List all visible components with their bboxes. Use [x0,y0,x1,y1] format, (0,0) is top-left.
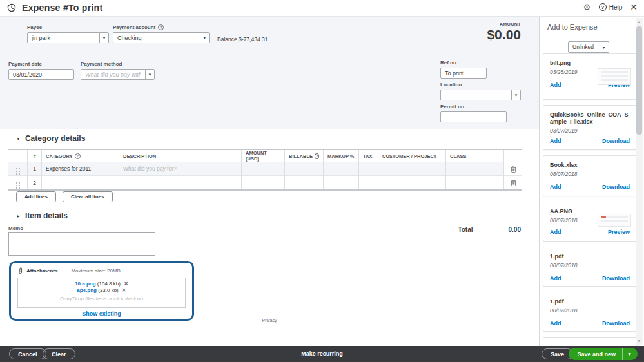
payment-account-dropdown-icon[interactable]: ▾ [200,33,209,43]
customer-project-cell[interactable] [378,162,446,176]
location-field-group: Location ▾ [440,82,521,100]
add-link[interactable]: Add [550,229,561,235]
payment-method-input[interactable] [81,70,145,79]
markup-cell[interactable] [324,176,359,189]
payment-method-dropdown-icon[interactable]: ▾ [145,70,154,79]
class-cell[interactable] [446,176,504,189]
col-class: CLASS [446,150,504,162]
scrollbar-thumb[interactable] [636,26,642,135]
add-link[interactable]: Add [550,275,561,281]
attachments-dropzone[interactable]: 10.a.png (104.8 kb) ✕ ap4.png (33.0 kb) … [17,278,186,308]
payment-date-input[interactable] [9,70,73,79]
billable-cell[interactable] [285,176,324,189]
col-billable: BILLABLE ? [285,150,324,162]
history-clock-icon[interactable] [6,3,17,13]
privacy-link[interactable]: Privacy [0,318,539,323]
payee-dropdown-icon[interactable]: ▾ [99,33,108,43]
file-thumbnail[interactable] [598,214,631,227]
billable-help-icon[interactable]: ? [315,153,319,159]
file-thumbnail[interactable] [598,68,631,85]
memo-textarea[interactable] [8,232,155,256]
col-markup: MARKUP % [324,150,359,162]
expense-form-header-section: Payee ▾ Payment account ? ▾ Balance $-77… [0,17,539,129]
markup-cell[interactable] [324,162,359,176]
location-dropdown-icon[interactable]: ▾ [511,90,520,100]
category-cell[interactable]: Expenses for 2011 [42,162,119,176]
save-and-new-button[interactable]: Save and new ▼ [569,348,638,360]
add-link[interactable]: Add [550,82,561,88]
location-input[interactable] [441,90,511,100]
help-button[interactable]: ? Help [599,3,623,11]
category-details-table: # CATEGORY ? DESCRIPTION AMOUNT (USD) BI… [8,149,522,191]
attached-file-link[interactable]: 10.a.png [75,281,95,287]
payee-input[interactable] [28,33,99,43]
payment-method-label: Payment method [81,61,155,67]
sidebar-scrollbar[interactable]: ▲ ▼ [636,18,643,345]
file-name: 1.pdf [550,298,630,305]
download-link[interactable]: Download [602,138,630,144]
delete-row-icon[interactable] [504,162,522,176]
payment-account-help-icon[interactable]: ? [158,24,164,30]
class-cell[interactable] [446,162,504,176]
file-name: AA.PNG [550,208,590,215]
preview-link[interactable]: Preview [608,229,630,235]
item-details-toggle[interactable]: ► Item details [16,211,68,220]
file-name: QuickBooks_Online_COA_Sample_File.xlsx [550,111,630,126]
header-bar: Expense #To print ⚙ ? Help ✕ [0,0,644,17]
description-cell[interactable] [119,176,242,189]
attached-file-link[interactable]: ap4.png [77,287,97,293]
sidebar-file-card: QuickBooks_Online_COA_Sample_File.xlsx 0… [543,105,637,150]
billable-cell[interactable] [285,162,324,176]
payment-date-field-group: Payment date [8,61,74,80]
sidebar-file-card: bill.png 03/28/2019 Add Preview [543,53,637,100]
col-drag [8,150,28,162]
scroll-up-icon[interactable]: ▲ [636,18,643,25]
linked-filter-dropdown[interactable]: Unlinked ▾ [568,41,609,53]
delete-row-icon[interactable] [504,176,522,189]
category-details-toggle[interactable]: ▼ Category details [16,134,85,143]
permit-no-input[interactable] [441,112,506,122]
clear-all-lines-button[interactable]: Clear all lines [63,191,113,202]
add-link[interactable]: Add [550,184,561,190]
col-tax: TAX [359,150,378,162]
ref-no-input[interactable] [441,68,486,78]
file-date: 08/07/2018 [550,262,630,269]
description-cell[interactable] [119,162,242,176]
col-category: CATEGORY ? [42,150,119,162]
download-link[interactable]: Download [602,275,630,281]
payment-method-field-group: Payment method ▾ [81,61,155,80]
close-icon[interactable]: ✕ [630,2,638,12]
add-link[interactable]: Add [550,138,561,144]
show-existing-link[interactable]: Show existing [17,310,186,317]
drag-handle[interactable] [8,162,28,176]
scroll-down-icon[interactable]: ▼ [636,338,643,345]
file-date: 08/07/2018 [550,307,630,314]
download-link[interactable]: Download [602,184,630,190]
ref-no-field-group: Ref no. [440,60,487,79]
gear-icon[interactable]: ⚙ [583,3,591,12]
remove-file-icon[interactable]: ✕ [122,287,126,293]
description-input[interactable] [123,166,237,172]
tax-cell[interactable] [359,162,378,176]
amount-cell[interactable] [242,162,285,176]
paperclip-icon [17,267,23,274]
add-lines-button[interactable]: Add lines [16,191,56,202]
remove-file-icon[interactable]: ✕ [124,281,128,287]
save-options-chevron-icon[interactable]: ▼ [622,348,638,360]
add-link[interactable]: Add [550,320,561,327]
drag-handle[interactable] [8,176,28,189]
tax-cell[interactable] [359,176,378,189]
file-date: 08/07/2018 [550,171,630,177]
sidebar-file-card: 1.pdf 08/07/2018 Add Download [543,292,637,332]
permit-no-label: Permit no. [440,104,507,110]
permit-no-field-group: Permit no. [440,104,507,122]
attached-file: ap4.png (33.0 kb) ✕ [18,287,185,294]
download-link[interactable]: Download [602,320,630,327]
col-description: DESCRIPTION [119,150,242,162]
customer-project-cell[interactable] [378,176,446,189]
amount-block: AMOUNT $0.00 [487,22,521,43]
amount-cell[interactable] [242,176,285,189]
category-cell[interactable] [42,176,119,189]
category-help-icon[interactable]: ? [75,153,81,159]
payment-account-input[interactable] [113,33,200,43]
